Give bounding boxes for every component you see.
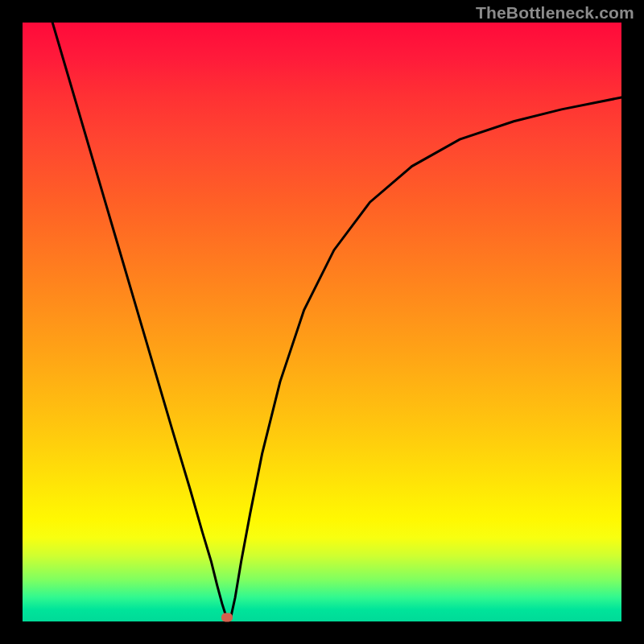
watermark-text: TheBottleneck.com: [476, 3, 634, 23]
chart-frame: TheBottleneck.com: [0, 0, 644, 644]
curve-left-path: [52, 23, 226, 617]
curve-right-path: [231, 97, 621, 617]
min-marker: [221, 613, 233, 621]
chart-curve: [23, 23, 621, 621]
